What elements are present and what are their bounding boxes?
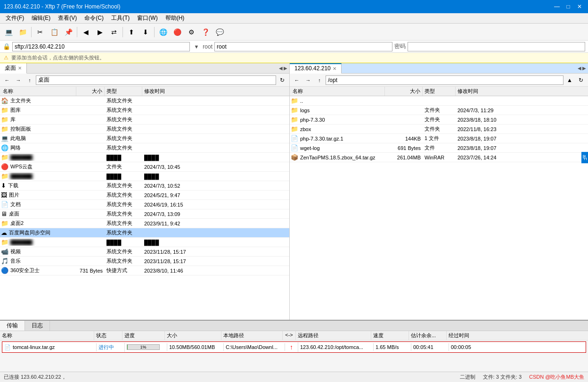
toolbar-connect[interactable]: 🔴 bbox=[171, 25, 184, 39]
right-nav: ← → ↑ ▲ ↻ bbox=[290, 74, 588, 87]
left-file-row[interactable]: 💻此电脑系统文件夹 bbox=[0, 134, 289, 143]
toolbar-cut[interactable]: ✂ bbox=[33, 25, 47, 39]
right-tab-close[interactable]: ✕ bbox=[333, 66, 336, 71]
toolbar-sync[interactable]: ⇄ bbox=[107, 25, 121, 39]
left-file-row[interactable]: ☁百度网盘同步空间系统文件夹 bbox=[0, 228, 289, 238]
address-dropdown[interactable]: ▼ bbox=[192, 44, 201, 50]
left-forward-btn[interactable]: → bbox=[13, 75, 24, 85]
toolbar-settings[interactable]: ⚙ bbox=[185, 25, 198, 39]
maximize-button[interactable]: □ bbox=[564, 2, 573, 11]
toolbar-more[interactable]: 💬 bbox=[213, 25, 226, 39]
right-tab-server[interactable]: 123.60.42.210 ✕ bbox=[290, 63, 342, 74]
file-icon: 📁 bbox=[291, 107, 298, 114]
file-date: 2024/6/19, 16:15 bbox=[142, 202, 288, 208]
left-arrow-prev[interactable]: ◀ bbox=[279, 66, 283, 71]
left-header-name: 名称 bbox=[1, 87, 76, 96]
file-name: 网络 bbox=[10, 144, 21, 151]
file-date: 2023/11/28, 15:17 bbox=[142, 258, 288, 264]
right-file-row[interactable]: 📁php-7.3.30文件夹2023/8/18, 18:10 bbox=[290, 115, 588, 125]
toolbar-download[interactable]: ⬇ bbox=[139, 25, 152, 39]
left-file-row[interactable]: 🌐网络系统文件夹 bbox=[0, 143, 289, 153]
left-tab-close[interactable]: ✕ bbox=[18, 66, 22, 71]
right-header-type: 类型 bbox=[423, 87, 456, 96]
toolbar-copy[interactable]: 📋 bbox=[48, 25, 61, 39]
right-refresh-btn[interactable]: ↻ bbox=[576, 75, 586, 85]
left-file-row[interactable]: 📹视频系统文件夹2023/11/28, 15:17 bbox=[0, 247, 289, 257]
file-date: ████ bbox=[142, 155, 288, 160]
toolbar-globe[interactable]: 🌐 bbox=[156, 25, 170, 39]
menu-item-F[interactable]: 文件(F) bbox=[2, 13, 28, 23]
address-input[interactable] bbox=[12, 42, 190, 51]
right-up-btn[interactable]: ↑ bbox=[314, 75, 325, 85]
transfer-tab-transfer[interactable]: 传输 bbox=[0, 321, 25, 331]
transfer-tab-log[interactable]: 日志 bbox=[25, 321, 50, 331]
left-file-row[interactable]: 🔵360安全卫士731 Bytes快捷方式2023/8/10, 11:46 bbox=[0, 266, 289, 275]
toolbar-forward[interactable]: ▶ bbox=[93, 25, 106, 39]
toolbar-upload[interactable]: ⬆ bbox=[125, 25, 138, 39]
right-sort-btn[interactable]: ▲ bbox=[564, 75, 575, 85]
file-size: 261.04MB bbox=[385, 155, 423, 160]
left-file-row[interactable]: 📁库系统文件夹 bbox=[0, 115, 289, 125]
left-file-row[interactable]: 📁██████████████ bbox=[0, 153, 289, 162]
menu-item-H[interactable]: 帮助(H) bbox=[162, 13, 188, 23]
left-header-type: 类型 bbox=[105, 87, 142, 96]
right-file-row[interactable]: 📁logs文件夹2024/7/3, 11:29 bbox=[290, 106, 588, 115]
left-file-row[interactable]: 🔴WPS云盘文件夹2024/7/3, 10:45 bbox=[0, 162, 289, 172]
right-file-row[interactable]: 📄wget-log691 Bytes文件2023/8/18, 19:07 bbox=[290, 143, 588, 153]
left-file-row[interactable]: 📁控制面板系统文件夹 bbox=[0, 125, 289, 134]
left-back-btn[interactable]: ← bbox=[2, 75, 12, 85]
right-arrow-next[interactable]: ▶ bbox=[582, 66, 586, 71]
right-side-indicator[interactable]: aF bbox=[581, 152, 588, 163]
status-bar: 已连接 123.60.42.210:22， 二进制 文件: 3 文件夹: 3 C… bbox=[0, 372, 588, 382]
close-button[interactable]: ✕ bbox=[575, 2, 584, 11]
password-label: 密码 bbox=[394, 42, 406, 50]
left-file-row[interactable]: 📄文档系统文件夹2024/6/19, 16:15 bbox=[0, 200, 289, 209]
file-icon: 📄 bbox=[291, 144, 298, 151]
menu-item-V[interactable]: 查看(V) bbox=[54, 13, 81, 23]
file-type: 文件夹 bbox=[423, 107, 456, 114]
transfer-row[interactable]: 📄 tomcat-linux.tar.gz 进行中 1% 10.50MB/560… bbox=[2, 341, 586, 353]
left-file-row[interactable]: ⬇下载系统文件夹2024/7/3, 10:52 bbox=[0, 181, 289, 191]
left-file-row[interactable]: 🏠主文件夹系统文件夹 bbox=[0, 96, 289, 106]
right-file-row[interactable]: 📄php-7.3.30.tar.gz.1144KB1 文件2023/8/18, … bbox=[290, 134, 588, 143]
status-files: 文件: 3 文件夹: 3 bbox=[483, 374, 522, 381]
menu-item-T[interactable]: 工具(T) bbox=[107, 13, 133, 23]
menu-item-E[interactable]: 编辑(E) bbox=[28, 13, 54, 23]
right-file-row[interactable]: 📁zbox文件夹2022/11/8, 16:23 bbox=[290, 125, 588, 134]
left-path-input[interactable] bbox=[36, 75, 276, 85]
password-input[interactable] bbox=[408, 42, 585, 51]
file-name: 下载 bbox=[8, 182, 18, 189]
toolbar-open[interactable]: 📁 bbox=[16, 25, 29, 39]
right-forward-btn[interactable]: → bbox=[303, 75, 313, 85]
th-name: 名称 bbox=[0, 331, 94, 340]
left-tab-desktop[interactable]: 桌面 ✕ bbox=[0, 63, 27, 74]
tr-size: 10.50MB/560.01MB bbox=[167, 343, 224, 351]
status-connection: 已连接 123.60.42.210:22， bbox=[4, 374, 456, 381]
left-file-row[interactable]: 🖥桌面系统文件夹2024/7/3, 13:09 bbox=[0, 209, 289, 219]
file-name: 桌面 bbox=[9, 210, 19, 217]
left-file-row[interactable]: 🎵音乐系统文件夹2023/11/28, 15:17 bbox=[0, 257, 289, 266]
left-file-row[interactable]: 📁桌面2系统文件夹2023/9/11, 9:42 bbox=[0, 219, 289, 228]
left-file-row[interactable]: 📁██████████████ bbox=[0, 238, 289, 247]
right-file-row[interactable]: 📦ZenTaoPMS.18.5.zbox_64.tar.gz261.04MBWi… bbox=[290, 153, 588, 162]
left-up-btn[interactable]: ↑ bbox=[24, 75, 35, 85]
left-file-row[interactable]: 📁██████████████ bbox=[0, 172, 289, 181]
right-file-row[interactable]: 📁.. bbox=[290, 96, 588, 106]
toolbar-paste[interactable]: 📌 bbox=[62, 25, 75, 39]
left-file-row[interactable]: 🖼图片系统文件夹2024/5/21, 9:47 bbox=[0, 191, 289, 200]
menu-item-C[interactable]: 命令(C) bbox=[81, 13, 107, 23]
file-date: 2023/8/10, 11:46 bbox=[142, 268, 288, 274]
right-path-input[interactable] bbox=[326, 75, 564, 85]
left-arrow-next[interactable]: ▶ bbox=[284, 66, 287, 71]
right-back-btn[interactable]: ← bbox=[292, 75, 302, 85]
username-input[interactable] bbox=[214, 42, 392, 51]
toolbar-help[interactable]: ❓ bbox=[199, 25, 212, 39]
right-arrow-prev[interactable]: ◀ bbox=[578, 66, 581, 71]
toolbar-back[interactable]: ◀ bbox=[79, 25, 92, 39]
toolbar-new-session[interactable]: 💻 bbox=[2, 25, 15, 39]
toolbar: 💻 📁 ✂ 📋 📌 ◀ ▶ ⇄ ⬆ ⬇ 🌐 🔴 ⚙ ❓ 💬 bbox=[0, 24, 588, 41]
minimize-button[interactable]: — bbox=[552, 2, 562, 11]
left-refresh-btn[interactable]: ↻ bbox=[277, 75, 287, 85]
menu-item-W[interactable]: 窗口(W) bbox=[133, 13, 161, 23]
left-file-row[interactable]: 📁图库系统文件夹 bbox=[0, 106, 289, 115]
